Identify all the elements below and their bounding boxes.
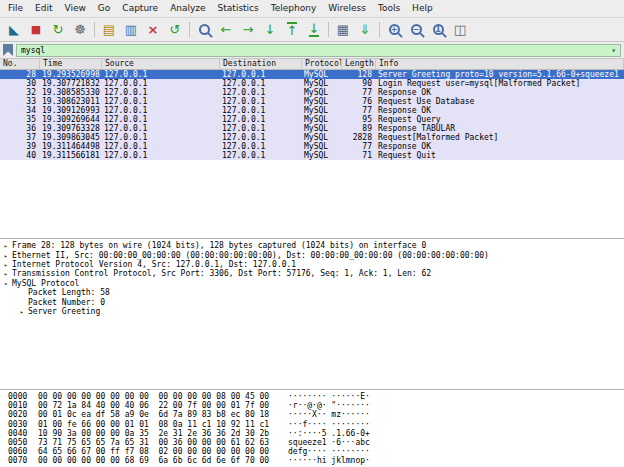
go-back-button[interactable]: ←	[215, 20, 237, 40]
resize-columns-button[interactable]: ◫	[449, 20, 471, 40]
detail-row[interactable]: Packet Number: 0	[2, 297, 624, 306]
packet-row[interactable]: 37 19.309863045 127.0.0.1 127.0.0.1 MySQ…	[0, 133, 624, 142]
packet-row[interactable]: 39 19.311464498 127.0.0.1 127.0.0.1 MySQ…	[0, 142, 624, 151]
hex-ascii[interactable]: ··:····5 .1.66-0+	[288, 429, 370, 438]
hex-bytes[interactable]: 00 72 1a 84 40 00 40 06 22 00 7f 00 00 0…	[38, 401, 280, 410]
expander-triangle-icon[interactable]: ▸	[18, 308, 28, 315]
detail-row[interactable]: ▸ Frame 28: 128 bytes on wire (1024 bits…	[2, 241, 624, 250]
detail-row[interactable]: ▸ Transmission Control Protocol, Src Por…	[2, 269, 624, 278]
packet-source: 127.0.0.1	[102, 97, 220, 106]
expander-triangle-icon[interactable]: ▾	[2, 280, 12, 287]
save-file-button[interactable]: ▥	[120, 20, 142, 40]
packet-row[interactable]: 36 19.309763328 127.0.0.1 127.0.0.1 MySQ…	[0, 124, 624, 133]
packet-destination: 127.0.0.1	[220, 151, 302, 160]
detail-row[interactable]: ▸ Ethernet II, Src: 00:00:00_00:00:00 (0…	[2, 250, 624, 259]
hex-ascii[interactable]: squeeze1 ·6···abc	[288, 438, 370, 447]
packet-time: 19.293526998	[40, 70, 102, 79]
hex-offset: 0020	[8, 410, 38, 419]
expander-triangle-icon[interactable]: ▸	[2, 252, 12, 259]
packet-row[interactable]: 32 19.308585330 127.0.0.1 127.0.0.1 MySQ…	[0, 88, 624, 97]
column-header-info[interactable]: Info	[376, 59, 624, 69]
packet-source: 127.0.0.1	[102, 79, 220, 88]
packet-info: Request Use Database	[376, 97, 624, 106]
packet-destination: 127.0.0.1	[220, 124, 302, 133]
packet-time: 19.309269644	[40, 115, 102, 124]
hex-ascii[interactable]: ·····X·· mz······	[288, 410, 370, 419]
detail-row[interactable]: ▾ MySQL Protocol	[2, 279, 624, 288]
menu-wireless[interactable]: Wireless	[322, 0, 372, 17]
hex-bytes[interactable]: 00 00 00 00 00 00 68 69 6a 6b 6c 6d 6e 6…	[38, 456, 280, 465]
column-header-length[interactable]: Length	[342, 59, 376, 69]
menu-edit[interactable]: Edit	[29, 0, 58, 17]
start-capture-button[interactable]: ◣	[3, 20, 25, 40]
menu-telephony[interactable]: Telephony	[265, 0, 323, 17]
packet-row[interactable]: 34 19.309126993 127.0.0.1 127.0.0.1 MySQ…	[0, 106, 624, 115]
hex-ascii[interactable]: ······hi jklmnop·	[288, 456, 370, 465]
stop-capture-button[interactable]: ■	[25, 20, 47, 40]
hex-bytes[interactable]: 10 90 3a 00 00 00 0a 35 2e 31 2e 36 36 2…	[38, 429, 280, 438]
expander-triangle-icon[interactable]: ▸	[2, 261, 12, 268]
menu-file[interactable]: File	[2, 0, 29, 17]
close-file-button[interactable]: ×	[142, 20, 164, 40]
packet-row[interactable]: 33 19.308623011 127.0.0.1 127.0.0.1 MySQ…	[0, 97, 624, 106]
packet-row[interactable]: 35 19.309269644 127.0.0.1 127.0.0.1 MySQ…	[0, 115, 624, 124]
auto-scroll-button[interactable]: ⇓	[354, 20, 376, 40]
packet-row[interactable]: 30 19.307721832 127.0.0.1 127.0.0.1 MySQ…	[0, 79, 624, 88]
packet-row[interactable]: 28 19.293526998 127.0.0.1 127.0.0.1 MySQ…	[0, 70, 624, 79]
go-to-packet-button[interactable]: ↓	[259, 20, 281, 40]
packet-info: Response OK	[376, 106, 624, 115]
expander-triangle-icon[interactable]: ▸	[2, 242, 12, 249]
go-to-first-packet-button[interactable]: ↑	[281, 20, 303, 40]
restart-capture-button[interactable]: ↻	[47, 20, 69, 40]
zoom-in-button[interactable]: +	[383, 20, 405, 40]
packet-info: Server Greeting proto=10 version=5.1.66-…	[376, 70, 624, 79]
hex-ascii[interactable]: ·r··@·@· "·······	[288, 401, 370, 410]
colorize-packets-button[interactable]: ▦	[332, 20, 354, 40]
hex-bytes[interactable]: 73 71 75 65 65 7a 65 31 00 36 00 00 00 6…	[38, 438, 280, 447]
hex-ascii[interactable]: ········ ······E·	[288, 392, 370, 401]
filter-bookmark-icon[interactable]	[3, 44, 13, 56]
packet-length: 95	[342, 115, 376, 124]
reload-file-button[interactable]: ↺	[164, 20, 186, 40]
menu-statistics[interactable]: Statistics	[212, 0, 265, 17]
toolbar-separator	[328, 22, 329, 37]
find-packet-button[interactable]	[193, 20, 215, 40]
hex-ascii[interactable]: ···f···· ········	[288, 420, 370, 429]
column-header-time[interactable]: Time	[40, 59, 102, 69]
hex-ascii[interactable]: defg···· ········	[288, 447, 370, 456]
go-to-last-packet-button[interactable]: ↓	[303, 20, 325, 40]
stop-icon: ■	[31, 24, 41, 35]
detail-row[interactable]: Packet Length: 58	[2, 288, 624, 297]
column-header-protocol[interactable]: Protocol	[302, 59, 342, 69]
zoom-normal-icon: 1	[433, 24, 444, 35]
menu-view[interactable]: View	[59, 0, 92, 17]
menu-help[interactable]: Help	[406, 0, 439, 17]
menu-analyze[interactable]: Analyze	[164, 0, 211, 17]
column-header-no[interactable]: No.	[0, 59, 40, 69]
column-header-source[interactable]: Source	[102, 59, 220, 69]
hex-bytes[interactable]: 00 00 00 00 00 00 00 00 00 00 00 00 08 0…	[38, 392, 280, 401]
packet-row[interactable]: 40 19.311566181 127.0.0.1 127.0.0.1 MySQ…	[0, 151, 624, 160]
expander-triangle-icon[interactable]: ▸	[2, 270, 12, 277]
menu-tools[interactable]: Tools	[372, 0, 406, 17]
filter-input[interactable]: mysql ▾	[16, 44, 621, 57]
hex-offset: 0030	[8, 420, 38, 429]
detail-row[interactable]: ▸ Internet Protocol Version 4, Src: 127.…	[2, 260, 624, 269]
open-file-button[interactable]: ▤	[98, 20, 120, 40]
zoom-out-button[interactable]: −	[405, 20, 427, 40]
detail-row[interactable]: ▸ Server Greeting	[2, 307, 624, 316]
menu-go[interactable]: Go	[92, 0, 116, 17]
go-forward-button[interactable]: →	[237, 20, 259, 40]
hex-bytes[interactable]: 01 00 fe 66 00 00 01 01 08 0a 11 c1 10 9…	[38, 420, 280, 429]
chevron-down-icon[interactable]: ▾	[611, 46, 616, 55]
capture-options-button[interactable]: ☸	[69, 20, 91, 40]
detail-rows: ▸ Frame 28: 128 bytes on wire (1024 bits…	[2, 241, 624, 316]
packet-no: 35	[0, 115, 40, 124]
detail-text: Packet Number: 0	[28, 298, 105, 307]
column-header-destination[interactable]: Destination	[220, 59, 302, 69]
hex-bytes[interactable]: 64 65 66 67 00 ff f7 08 02 00 00 00 00 0…	[38, 447, 280, 456]
menu-capture[interactable]: Capture	[116, 0, 164, 17]
hex-bytes[interactable]: 00 01 0c ea df 58 a9 0e 6d 7a 89 83 b8 e…	[38, 410, 280, 419]
zoom-normal-button[interactable]: 1	[427, 20, 449, 40]
packet-protocol: MySQL	[302, 115, 342, 124]
